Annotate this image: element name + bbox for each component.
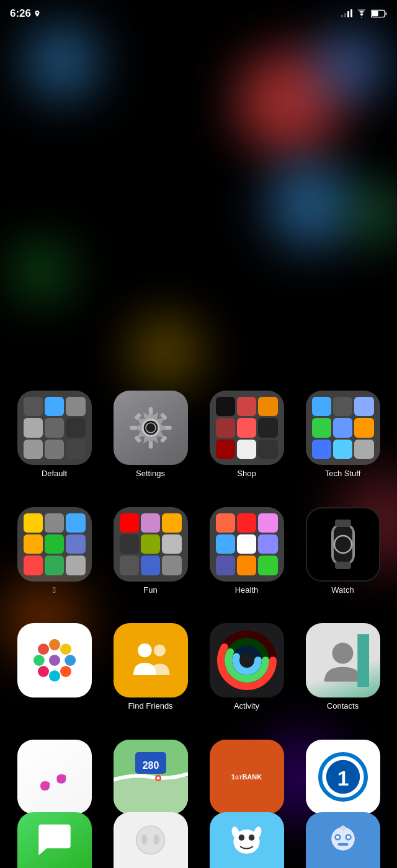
findfriends-icon bbox=[114, 623, 188, 698]
messages-icon-partial bbox=[17, 812, 92, 868]
onepassword-icon-el: 1 bbox=[306, 740, 380, 814]
settings-icon bbox=[114, 391, 188, 465]
svg-point-27 bbox=[49, 670, 60, 681]
bottom-row bbox=[0, 812, 397, 868]
app-apple[interactable]:  bbox=[6, 501, 102, 618]
wumpus-icon-partial bbox=[210, 812, 284, 868]
svg-rect-8 bbox=[164, 426, 171, 430]
bokeh-5 bbox=[350, 186, 397, 242]
robot-svg bbox=[324, 822, 362, 858]
contacts-svg bbox=[316, 634, 369, 687]
svg-point-62 bbox=[347, 836, 350, 839]
findfriends-label: Find Friends bbox=[128, 701, 172, 711]
svg-point-25 bbox=[65, 655, 76, 666]
onepassword-svg: 1 bbox=[318, 752, 368, 802]
svg-point-53 bbox=[239, 835, 245, 841]
app-fun[interactable]: Fun bbox=[102, 501, 198, 618]
maps-svg: 280 bbox=[114, 740, 188, 814]
svg-point-37 bbox=[332, 642, 354, 663]
watch-icon bbox=[306, 507, 380, 582]
bokeh-3 bbox=[316, 31, 385, 99]
signal-bar-4 bbox=[350, 9, 352, 17]
svg-point-28 bbox=[60, 666, 71, 677]
svg-rect-1 bbox=[385, 12, 387, 16]
fun-icon bbox=[114, 507, 188, 582]
airpods-icon-partial bbox=[114, 812, 188, 868]
svg-rect-6 bbox=[148, 441, 152, 448]
svg-text:280: 280 bbox=[142, 760, 159, 771]
app-findfriends[interactable]: Find Friends bbox=[102, 617, 198, 733]
techstuff-icon bbox=[306, 391, 380, 465]
bokeh-7 bbox=[130, 316, 202, 388]
app-wumpus-partial[interactable] bbox=[198, 812, 295, 868]
airpods-svg bbox=[130, 822, 171, 859]
default-icon bbox=[17, 391, 92, 465]
svg-rect-5 bbox=[148, 407, 152, 414]
signal-indicator bbox=[341, 10, 352, 17]
app-messages-partial[interactable] bbox=[6, 812, 102, 868]
app-default[interactable]: Default bbox=[6, 384, 102, 501]
status-time: 6:26 bbox=[10, 7, 41, 20]
status-bar: 6:26 bbox=[0, 0, 397, 27]
activity-label: Activity bbox=[234, 701, 259, 711]
firstbank-icon-el: 1STBANK bbox=[210, 740, 284, 814]
app-airpods-partial[interactable] bbox=[102, 812, 198, 868]
app-robot-partial[interactable] bbox=[295, 812, 391, 868]
app-health[interactable]: Health bbox=[198, 501, 295, 618]
svg-rect-38 bbox=[357, 634, 369, 687]
bokeh-6 bbox=[12, 242, 71, 301]
bokeh-1 bbox=[25, 25, 99, 99]
yoga-svg bbox=[27, 632, 83, 688]
svg-point-49 bbox=[136, 826, 165, 854]
settings-label: Settings bbox=[136, 469, 165, 478]
battery-icon bbox=[371, 9, 387, 18]
yoga-icon bbox=[17, 623, 92, 698]
svg-point-30 bbox=[153, 644, 165, 656]
svg-point-21 bbox=[49, 639, 60, 650]
apple-folder-icon bbox=[17, 507, 92, 582]
svg-text:1: 1 bbox=[337, 767, 349, 790]
app-activity[interactable]: Activity bbox=[198, 617, 295, 733]
app-watch[interactable]: Watch bbox=[295, 501, 391, 618]
svg-rect-19 bbox=[335, 562, 351, 569]
app-contacts[interactable]: Contacts bbox=[295, 617, 391, 733]
default-label: Default bbox=[42, 469, 67, 478]
svg-rect-2 bbox=[372, 11, 378, 16]
health-folder-icon bbox=[210, 507, 284, 582]
location-icon bbox=[33, 10, 41, 17]
signal-bar-3 bbox=[347, 11, 349, 17]
svg-rect-16 bbox=[334, 526, 352, 563]
app-grid: Default bbox=[0, 384, 397, 868]
signal-bar-1 bbox=[341, 15, 343, 17]
maps-icon-el: 280 bbox=[114, 740, 188, 814]
watch-svg bbox=[321, 520, 365, 569]
app-yoga[interactable]: Yoga Pod bbox=[6, 617, 102, 733]
activity-rings bbox=[216, 629, 278, 691]
bokeh-4 bbox=[267, 161, 354, 248]
app-shop[interactable]: Shop bbox=[198, 384, 295, 501]
svg-point-22 bbox=[60, 644, 71, 655]
svg-point-45 bbox=[136, 770, 140, 773]
fun-label: Fun bbox=[143, 585, 157, 595]
message-bubble bbox=[36, 823, 73, 857]
signal-bar-2 bbox=[344, 13, 346, 17]
app-techstuff[interactable]: Tech Stuff bbox=[295, 384, 391, 501]
svg-point-24 bbox=[49, 655, 60, 666]
wumpus-svg bbox=[226, 822, 267, 859]
contacts-label: Contacts bbox=[327, 701, 359, 711]
svg-point-61 bbox=[336, 836, 339, 839]
health-label: Health bbox=[235, 585, 259, 595]
music-icon-el bbox=[17, 740, 92, 814]
app-settings[interactable]: Settings bbox=[102, 384, 198, 501]
gear-icon bbox=[126, 403, 176, 453]
svg-point-26 bbox=[38, 666, 49, 677]
music-svg bbox=[31, 753, 78, 800]
apple-label:  bbox=[53, 585, 56, 595]
findfriends-svg bbox=[126, 636, 176, 685]
watch-label: Watch bbox=[331, 585, 354, 595]
svg-rect-63 bbox=[337, 843, 348, 846]
svg-point-51 bbox=[153, 835, 159, 844]
svg-point-23 bbox=[33, 655, 44, 666]
robot-icon-partial bbox=[306, 812, 380, 868]
shop-icon bbox=[210, 391, 284, 465]
